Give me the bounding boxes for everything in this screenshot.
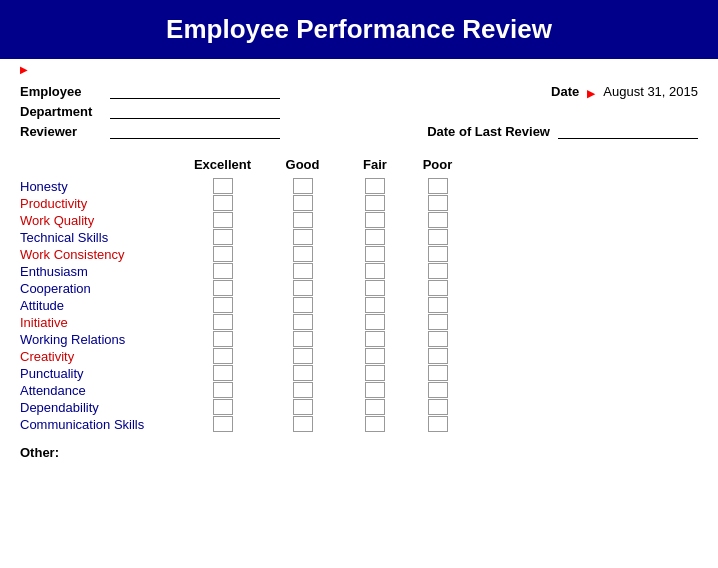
checkbox-fair[interactable] xyxy=(365,195,385,211)
checkbox-excellent[interactable] xyxy=(213,365,233,381)
rating-row: Initiative xyxy=(20,314,698,330)
checkbox-excellent[interactable] xyxy=(213,280,233,296)
checkbox-poor[interactable] xyxy=(428,314,448,330)
checkbox-good[interactable] xyxy=(293,263,313,279)
checkbox-poor[interactable] xyxy=(428,331,448,347)
checkbox-poor[interactable] xyxy=(428,229,448,245)
checkbox-good[interactable] xyxy=(293,297,313,313)
rating-row: Communication Skills xyxy=(20,416,698,432)
col-fair-header: Fair xyxy=(340,157,410,172)
checkbox-poor[interactable] xyxy=(428,212,448,228)
last-review-input[interactable] xyxy=(558,123,698,139)
checkbox-poor[interactable] xyxy=(428,416,448,432)
checkbox-fair[interactable] xyxy=(365,416,385,432)
skill-name: Punctuality xyxy=(20,366,180,381)
checkbox-poor[interactable] xyxy=(428,399,448,415)
checkbox-fair[interactable] xyxy=(365,331,385,347)
checkbox-fair[interactable] xyxy=(365,365,385,381)
checkbox-good[interactable] xyxy=(293,229,313,245)
checkbox-poor[interactable] xyxy=(428,178,448,194)
rating-row: Productivity xyxy=(20,195,698,211)
checkbox-fair[interactable] xyxy=(365,348,385,364)
last-review-label: Date of Last Review xyxy=(427,124,550,139)
skill-name: Initiative xyxy=(20,315,180,330)
checkbox-excellent[interactable] xyxy=(213,314,233,330)
checkbox-good[interactable] xyxy=(293,331,313,347)
skill-name: Working Relations xyxy=(20,332,180,347)
checkbox-poor[interactable] xyxy=(428,195,448,211)
checkbox-excellent[interactable] xyxy=(213,297,233,313)
checkbox-fair[interactable] xyxy=(365,263,385,279)
checkbox-excellent[interactable] xyxy=(213,399,233,415)
date-label: Date xyxy=(551,84,579,99)
checkbox-fair[interactable] xyxy=(365,399,385,415)
checkbox-poor[interactable] xyxy=(428,263,448,279)
checkbox-fair[interactable] xyxy=(365,246,385,262)
reviewer-input[interactable] xyxy=(110,123,280,139)
rating-row: Technical Skills xyxy=(20,229,698,245)
checkbox-fair[interactable] xyxy=(365,382,385,398)
checkbox-fair[interactable] xyxy=(365,178,385,194)
skill-name: Enthusiasm xyxy=(20,264,180,279)
checkbox-excellent[interactable] xyxy=(213,348,233,364)
checkbox-good[interactable] xyxy=(293,212,313,228)
checkbox-excellent[interactable] xyxy=(213,382,233,398)
rating-row: Creativity xyxy=(20,348,698,364)
checkbox-excellent[interactable] xyxy=(213,229,233,245)
rating-row: Attitude xyxy=(20,297,698,313)
col-good-header: Good xyxy=(265,157,340,172)
checkbox-good[interactable] xyxy=(293,178,313,194)
col-excellent-header: Excellent xyxy=(180,157,265,172)
checkbox-excellent[interactable] xyxy=(213,331,233,347)
checkbox-fair[interactable] xyxy=(365,297,385,313)
skill-name: Productivity xyxy=(20,196,180,211)
other-label: Other: xyxy=(20,445,59,460)
checkbox-fair[interactable] xyxy=(365,280,385,296)
skill-name: Communication Skills xyxy=(20,417,180,432)
skill-name: Work Consistency xyxy=(20,247,180,262)
rating-row: Attendance xyxy=(20,382,698,398)
rating-row: Punctuality xyxy=(20,365,698,381)
checkbox-poor[interactable] xyxy=(428,382,448,398)
checkbox-good[interactable] xyxy=(293,246,313,262)
rating-row: Cooperation xyxy=(20,280,698,296)
skill-name: Dependability xyxy=(20,400,180,415)
checkbox-good[interactable] xyxy=(293,348,313,364)
checkbox-excellent[interactable] xyxy=(213,195,233,211)
checkbox-excellent[interactable] xyxy=(213,246,233,262)
checkbox-good[interactable] xyxy=(293,314,313,330)
date-marker: ▶ xyxy=(587,88,595,99)
employee-label: Employee xyxy=(20,84,110,99)
skill-name: Creativity xyxy=(20,349,180,364)
checkbox-good[interactable] xyxy=(293,416,313,432)
rating-row: Working Relations xyxy=(20,331,698,347)
checkbox-excellent[interactable] xyxy=(213,212,233,228)
checkbox-excellent[interactable] xyxy=(213,263,233,279)
skill-name: Work Quality xyxy=(20,213,180,228)
checkbox-good[interactable] xyxy=(293,195,313,211)
checkbox-poor[interactable] xyxy=(428,365,448,381)
checkbox-good[interactable] xyxy=(293,365,313,381)
skill-name: Technical Skills xyxy=(20,230,180,245)
checkbox-good[interactable] xyxy=(293,280,313,296)
checkbox-poor[interactable] xyxy=(428,297,448,313)
checkbox-fair[interactable] xyxy=(365,212,385,228)
rating-row: Dependability xyxy=(20,399,698,415)
rating-row: Honesty xyxy=(20,178,698,194)
rating-row: Work Consistency xyxy=(20,246,698,262)
checkbox-poor[interactable] xyxy=(428,280,448,296)
skill-name: Honesty xyxy=(20,179,180,194)
date-value: August 31, 2015 xyxy=(603,84,698,99)
red-marker: ▶ xyxy=(20,64,28,75)
employee-input[interactable] xyxy=(110,83,280,99)
checkbox-good[interactable] xyxy=(293,382,313,398)
department-input[interactable] xyxy=(110,103,280,119)
checkbox-poor[interactable] xyxy=(428,246,448,262)
checkbox-fair[interactable] xyxy=(365,314,385,330)
checkbox-poor[interactable] xyxy=(428,348,448,364)
checkbox-excellent[interactable] xyxy=(213,416,233,432)
checkbox-good[interactable] xyxy=(293,399,313,415)
checkbox-fair[interactable] xyxy=(365,229,385,245)
ratings-grid: HonestyProductivityWork QualityTechnical… xyxy=(20,178,698,433)
checkbox-excellent[interactable] xyxy=(213,178,233,194)
